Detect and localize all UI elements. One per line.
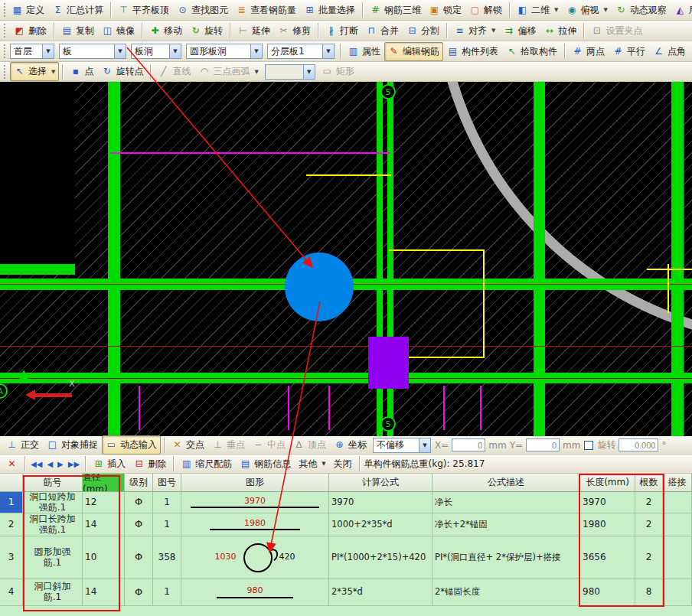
unlock-button[interactable]: ▢解锁: [465, 1, 506, 20]
arc-3pt-dropdown[interactable]: ◠三点画弧▼: [194, 62, 262, 81]
cell-formula-desc[interactable]: 净长+2*锚固: [432, 513, 580, 536]
cell-formula[interactable]: 2*35*d: [329, 579, 432, 606]
toolbar-grip[interactable]: [4, 24, 8, 37]
scale-rebar-button[interactable]: ▥缩尺配筋: [177, 455, 236, 474]
break-button[interactable]: ∦打断: [322, 21, 362, 41]
cell-shape[interactable]: 1030 420: [181, 536, 329, 579]
cell-fig-no[interactable]: 358: [153, 536, 181, 579]
merge-button[interactable]: ⊓合并: [362, 21, 403, 41]
chevron-down-icon[interactable]: ▼: [114, 44, 126, 58]
cell-diameter[interactable]: 10: [83, 536, 125, 579]
coordinate-toggle[interactable]: ⊕坐标: [330, 435, 370, 455]
rebar-info-button[interactable]: ▤钢筋信息: [236, 455, 295, 474]
parallel-axis-button[interactable]: #平行: [609, 42, 649, 61]
cell-length[interactable]: 3970: [580, 492, 635, 513]
cell-shape[interactable]: 980: [181, 579, 329, 606]
chevron-down-icon[interactable]: ▼: [169, 44, 181, 58]
copy-button[interactable]: ▤复制: [57, 21, 98, 41]
orbit-button[interactable]: ↻动态观察: [612, 1, 671, 20]
cell-shape[interactable]: 1980: [181, 513, 329, 536]
mirror-button[interactable]: ◫镜像: [98, 21, 139, 41]
component-list-button[interactable]: ▤构件列表: [443, 42, 502, 61]
cell-diameter[interactable]: 12: [83, 492, 125, 513]
nav-last-button[interactable]: ▶▶: [66, 458, 82, 470]
rotate-checkbox[interactable]: [584, 441, 593, 450]
cell-qty[interactable]: 2: [635, 513, 663, 536]
snap-midpoint-toggle[interactable]: −中点: [249, 435, 289, 455]
toolbar-grip[interactable]: [4, 65, 8, 79]
line-tool-button[interactable]: ╱直线: [154, 62, 194, 81]
layer-select[interactable]: 分层板1▼: [267, 44, 335, 59]
dynamic-input-toggle[interactable]: ▭动态输入: [102, 435, 161, 455]
category-select[interactable]: 板洞▼: [131, 44, 181, 59]
view-rebar-qty-button[interactable]: ≣查看钢筋量: [232, 1, 300, 20]
select-dropdown[interactable]: ↖选择▼: [10, 62, 59, 81]
extend-button[interactable]: ⊢延伸: [233, 21, 274, 41]
element-type-select[interactable]: 板▼: [59, 44, 126, 59]
align-dropdown[interactable]: ≡对齐▼: [450, 21, 499, 41]
snap-vertex-toggle[interactable]: ∆顶点: [289, 435, 330, 455]
cell-diameter[interactable]: 14: [83, 579, 125, 606]
cell-grade[interactable]: Φ: [125, 579, 153, 606]
x-coord-input[interactable]: [452, 438, 485, 451]
edit-rebar-button[interactable]: ✎编辑钢筋: [384, 42, 443, 61]
cell-qty[interactable]: 2: [635, 536, 663, 579]
floor-select[interactable]: 首层▼: [10, 44, 54, 59]
cell-fig-no[interactable]: 1: [153, 513, 181, 536]
osnap-toggle[interactable]: □对象捕捉: [43, 435, 102, 455]
delete-row-button[interactable]: ⊟删除: [129, 455, 170, 474]
cell-rebar-name[interactable]: 洞口斜加筋.1: [23, 579, 83, 606]
batch-select-button[interactable]: ⊞批量选择: [300, 1, 359, 20]
cell-shape[interactable]: 3970: [181, 492, 329, 513]
draw-mode-select[interactable]: ▼: [265, 64, 315, 80]
row-select-cell[interactable]: 1: [0, 492, 23, 513]
cell-rebar-name[interactable]: 洞口短跨加强筋.1: [23, 492, 83, 513]
trim-button[interactable]: ✂修剪: [274, 21, 315, 41]
two-point-axis-button[interactable]: #两点: [568, 42, 609, 61]
cell-qty[interactable]: 2: [635, 492, 663, 513]
chevron-down-icon[interactable]: ▼: [322, 44, 334, 58]
cell-formula[interactable]: 3970: [329, 492, 432, 513]
cell-length[interactable]: 3656: [580, 536, 635, 579]
cell-length[interactable]: 1980: [580, 513, 635, 536]
cell-formula[interactable]: PI*(1000+2*15)+420: [329, 536, 432, 579]
cell-lap[interactable]: [663, 536, 692, 579]
chevron-down-icon[interactable]: ▼: [419, 438, 430, 452]
properties-button[interactable]: ▥属性: [344, 42, 384, 61]
chevron-down-icon[interactable]: ▼: [303, 65, 315, 79]
cell-grade[interactable]: Φ: [125, 513, 153, 536]
rebar-3d-button[interactable]: #钢筋三维: [366, 1, 425, 20]
slab-hole-circle[interactable]: [285, 253, 354, 321]
stretch-button[interactable]: ↔拉伸: [540, 21, 580, 41]
row-select-cell[interactable]: 3: [0, 536, 23, 579]
subtype-select[interactable]: 圆形板洞▼: [186, 44, 263, 59]
find-element-button[interactable]: ⊙查找图元: [173, 1, 232, 20]
cell-diameter[interactable]: 14: [83, 513, 125, 536]
delete-button[interactable]: ◩删除: [10, 21, 51, 41]
set-grips-button[interactable]: ⊡设置夹点: [587, 21, 646, 41]
snap-intersection-toggle[interactable]: ✕交点: [168, 435, 208, 455]
toolbar-grip[interactable]: [4, 3, 5, 17]
move-button[interactable]: ✚移动: [145, 21, 186, 41]
lock-button[interactable]: ▣锁定: [425, 1, 465, 20]
nav-prev-button[interactable]: ◀: [44, 458, 55, 470]
cell-formula-desc[interactable]: 2*锚固长度: [432, 579, 580, 606]
close-editor-button[interactable]: 关闭: [330, 455, 356, 474]
cell-fig-no[interactable]: 1: [153, 579, 181, 606]
sum-calc-button[interactable]: Σ汇总计算: [48, 1, 107, 20]
offset-button[interactable]: ⇉偏移: [499, 21, 540, 41]
point-angle-button[interactable]: ∠点角: [649, 42, 690, 61]
panel-close-button[interactable]: ✕: [2, 455, 21, 473]
cell-grade[interactable]: Φ: [125, 536, 153, 579]
cell-lap[interactable]: [663, 579, 692, 606]
split-button[interactable]: ⊟分割: [403, 21, 443, 41]
cell-rebar-name[interactable]: 圆形加强筋.1: [23, 536, 83, 579]
cell-formula-desc[interactable]: 净长: [432, 492, 580, 513]
rotate-point-button[interactable]: ↻旋转点: [97, 62, 147, 81]
cell-length[interactable]: 980: [580, 579, 635, 606]
view-direction-dropdown[interactable]: ◉俯视▼: [562, 1, 611, 20]
cell-formula[interactable]: 1000+2*35*d: [329, 513, 432, 536]
row-select-cell[interactable]: 2: [0, 513, 23, 536]
define-button[interactable]: ▦定义: [8, 1, 48, 20]
cad-canvas[interactable]: 5 5 A X: [0, 82, 692, 436]
